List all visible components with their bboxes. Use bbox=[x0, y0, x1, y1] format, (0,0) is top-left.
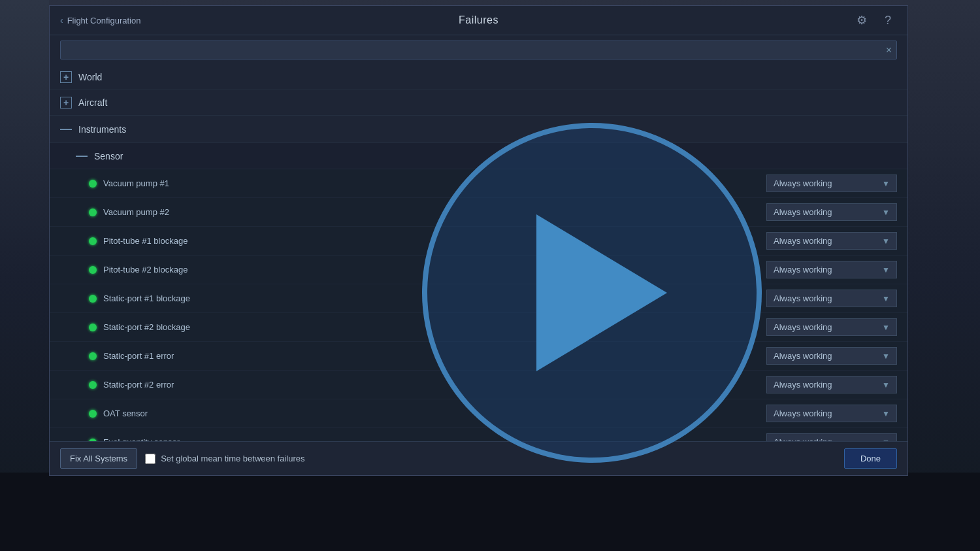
aircraft-label: Aircraft bbox=[78, 97, 107, 108]
sensor-item-name: OAT sensor bbox=[103, 409, 766, 418]
dropdown-arrow-icon: ▼ bbox=[882, 179, 890, 188]
sensor-item-name: Vacuum pump #2 bbox=[103, 207, 766, 217]
list-item: Static-port #2 blockage Always working ▼ bbox=[50, 313, 907, 342]
search-input-wrap: × bbox=[60, 41, 897, 59]
status-dot bbox=[89, 410, 97, 418]
instruments-label: Instruments bbox=[78, 124, 126, 135]
search-bar: × bbox=[50, 35, 907, 65]
sensor-item-name: Static-port #1 error bbox=[103, 351, 766, 361]
global-mtbf-label: Set global mean time between failures bbox=[161, 454, 304, 463]
dialog-header: ‹ Flight Configuration Failures ⚙ ? bbox=[50, 6, 907, 35]
world-label: World bbox=[78, 72, 102, 82]
status-dot bbox=[89, 237, 97, 245]
sensor-item-name: Vacuum pump #1 bbox=[103, 178, 766, 188]
oat-sensor-dropdown[interactable]: Always working ▼ bbox=[766, 405, 897, 422]
global-mtbf-checkbox[interactable] bbox=[145, 454, 155, 464]
failures-list[interactable]: + World + Aircraft — Instruments — Senso… bbox=[50, 65, 907, 441]
fuel-quantity-sensor-dropdown[interactable]: Always working ▼ bbox=[766, 433, 897, 441]
status-dot bbox=[89, 324, 97, 331]
sensor-item-name: Static-port #1 blockage bbox=[103, 293, 766, 303]
list-item: Static-port #1 error Always working ▼ bbox=[50, 342, 907, 371]
dropdown-arrow-icon: ▼ bbox=[882, 237, 890, 246]
category-world[interactable]: + World bbox=[50, 65, 907, 90]
fix-all-systems-button[interactable]: Fix All Systems bbox=[60, 448, 137, 469]
static-port-2-blockage-value: Always working bbox=[774, 322, 832, 332]
search-input[interactable] bbox=[60, 41, 897, 59]
instruments-toggle-icon: — bbox=[60, 122, 72, 136]
static-port-1-error-value: Always working bbox=[774, 351, 832, 361]
vacuum-pump-2-value: Always working bbox=[774, 207, 832, 217]
sensor-item-name: Static-port #2 blockage bbox=[103, 322, 766, 332]
dialog-title: Failures bbox=[459, 14, 498, 26]
world-toggle-icon: + bbox=[60, 71, 72, 83]
cockpit-right-panel bbox=[908, 0, 980, 551]
cockpit-bottom-panel bbox=[0, 473, 980, 551]
dropdown-arrow-icon: ▼ bbox=[882, 352, 890, 361]
category-instruments[interactable]: — Instruments bbox=[50, 116, 907, 143]
back-chevron-icon: ‹ bbox=[60, 15, 63, 25]
done-button[interactable]: Done bbox=[844, 448, 897, 469]
sensor-label: Sensor bbox=[94, 151, 123, 161]
pitot-tube-1-dropdown[interactable]: Always working ▼ bbox=[766, 232, 897, 250]
settings-icon[interactable]: ⚙ bbox=[853, 11, 871, 29]
pitot-tube-2-value: Always working bbox=[774, 265, 832, 275]
cockpit-left-panel bbox=[0, 0, 49, 551]
status-dot bbox=[89, 180, 97, 188]
back-label: Flight Configuration bbox=[67, 16, 141, 25]
static-port-2-error-value: Always working bbox=[774, 380, 832, 390]
status-dot bbox=[89, 266, 97, 274]
sensor-item-name: Static-port #2 error bbox=[103, 380, 766, 390]
static-port-1-blockage-dropdown[interactable]: Always working ▼ bbox=[766, 290, 897, 307]
pitot-tube-1-value: Always working bbox=[774, 236, 832, 246]
list-item: Static-port #2 error Always working ▼ bbox=[50, 371, 907, 399]
footer-left: Fix All Systems Set global mean time bet… bbox=[60, 448, 305, 469]
dropdown-arrow-icon: ▼ bbox=[882, 323, 890, 332]
sensor-toggle-icon: — bbox=[76, 149, 88, 163]
static-port-1-error-dropdown[interactable]: Always working ▼ bbox=[766, 347, 897, 365]
list-item: Pitot-tube #2 blockage Always working ▼ bbox=[50, 256, 907, 284]
vacuum-pump-2-dropdown[interactable]: Always working ▼ bbox=[766, 203, 897, 221]
oat-sensor-value: Always working bbox=[774, 409, 832, 418]
dropdown-arrow-icon: ▼ bbox=[882, 380, 890, 390]
global-mtbf-checkbox-wrap[interactable]: Set global mean time between failures bbox=[145, 454, 304, 464]
failures-dialog: ‹ Flight Configuration Failures ⚙ ? × + … bbox=[49, 5, 908, 476]
vacuum-pump-1-dropdown[interactable]: Always working ▼ bbox=[766, 175, 897, 192]
status-dot bbox=[89, 209, 97, 216]
dropdown-arrow-icon: ▼ bbox=[882, 294, 890, 303]
subcategory-sensor[interactable]: — Sensor bbox=[50, 143, 907, 169]
status-dot bbox=[89, 295, 97, 303]
sensor-item-name: Pitot-tube #2 blockage bbox=[103, 265, 766, 275]
pitot-tube-2-dropdown[interactable]: Always working ▼ bbox=[766, 261, 897, 278]
search-clear-icon[interactable]: × bbox=[886, 44, 892, 56]
status-dot bbox=[89, 381, 97, 389]
static-port-2-error-dropdown[interactable]: Always working ▼ bbox=[766, 376, 897, 393]
sensor-item-name: Pitot-tube #1 blockage bbox=[103, 236, 766, 246]
help-icon[interactable]: ? bbox=[879, 11, 897, 29]
category-aircraft[interactable]: + Aircraft bbox=[50, 90, 907, 116]
dropdown-arrow-icon: ▼ bbox=[882, 265, 890, 275]
dropdown-arrow-icon: ▼ bbox=[882, 409, 890, 418]
list-item: Vacuum pump #2 Always working ▼ bbox=[50, 198, 907, 227]
aircraft-toggle-icon: + bbox=[60, 97, 72, 109]
back-navigation[interactable]: ‹ Flight Configuration bbox=[60, 15, 140, 25]
list-item: OAT sensor Always working ▼ bbox=[50, 399, 907, 428]
status-dot bbox=[89, 352, 97, 360]
header-actions: ⚙ ? bbox=[853, 11, 897, 29]
list-item: Pitot-tube #1 blockage Always working ▼ bbox=[50, 227, 907, 256]
list-item: Fuel quantity sensor Always working ▼ bbox=[50, 428, 907, 441]
list-item: Vacuum pump #1 Always working ▼ bbox=[50, 169, 907, 198]
dialog-footer: Fix All Systems Set global mean time bet… bbox=[50, 441, 907, 475]
dropdown-arrow-icon: ▼ bbox=[882, 208, 890, 217]
list-item: Static-port #1 blockage Always working ▼ bbox=[50, 284, 907, 313]
static-port-1-blockage-value: Always working bbox=[774, 293, 832, 303]
vacuum-pump-1-value: Always working bbox=[774, 178, 832, 188]
static-port-2-blockage-dropdown[interactable]: Always working ▼ bbox=[766, 318, 897, 336]
